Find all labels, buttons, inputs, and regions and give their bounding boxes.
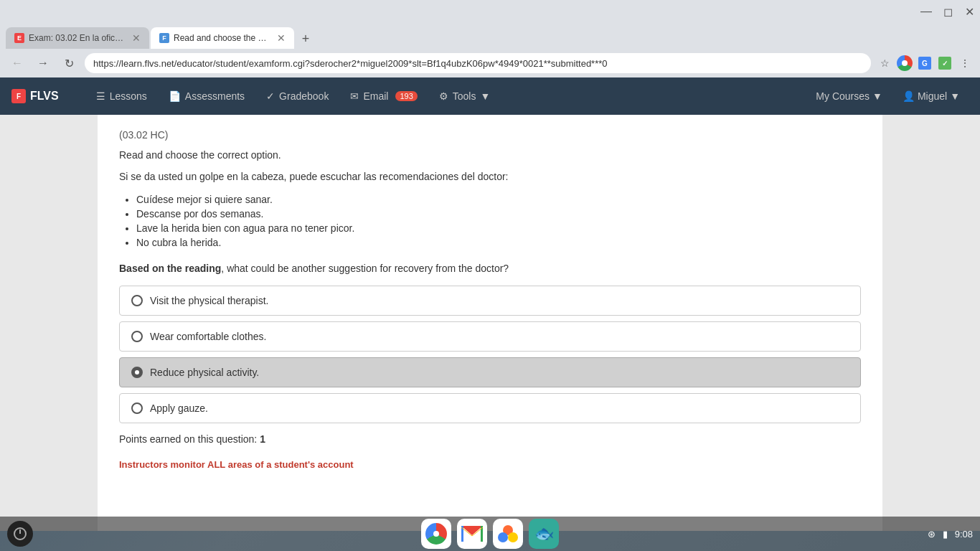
user-label: Miguel [918, 90, 947, 102]
svg-text:G: G [922, 60, 928, 67]
radio-1 [131, 295, 143, 306]
answer-option-2[interactable]: Wear comfortable clothes. [119, 321, 861, 352]
address-input[interactable] [85, 53, 871, 73]
back-btn[interactable]: ← [7, 53, 27, 73]
flvs-logo[interactable]: F FLVS [11, 89, 59, 103]
answer-option-1[interactable]: Visit the physical therapist. [119, 286, 861, 316]
taskbar-chrome-icon[interactable] [421, 519, 451, 549]
extension-icon-2[interactable]: ✓ [937, 55, 953, 71]
taskbar-battery-icon: ▮ [943, 529, 948, 540]
scenario-text: Si se da usted un golpe en la cabeza, pu… [119, 171, 861, 182]
tab-favicon-2: F [159, 33, 169, 43]
email-label: Email [363, 90, 388, 102]
tabs-bar: E Exam: 03.02 En la oficina del d... ✕ F… [0, 23, 980, 49]
gradebook-icon: ✓ [266, 90, 275, 102]
tools-chevron: ▼ [480, 90, 490, 102]
forward-btn[interactable]: → [33, 53, 53, 73]
taskbar-time: 9:08 [955, 529, 973, 540]
tab-label-2: Read and choose the correct op... [174, 33, 270, 43]
tab-exam[interactable]: E Exam: 03.02 En la oficina del d... ✕ [6, 27, 149, 49]
radio-3 [131, 367, 143, 378]
tab-read[interactable]: F Read and choose the correct op... ✕ [151, 27, 294, 49]
answer-option-3[interactable]: Reduce physical activity. [119, 357, 861, 387]
extension-icon-1[interactable]: G [917, 55, 933, 71]
points-text: Points earned on this question: 1 [119, 433, 861, 445]
nav-lessons[interactable]: ☰ Lessons [88, 85, 156, 108]
tools-label: Tools [453, 90, 476, 102]
nav-email[interactable]: ✉ Email 193 [341, 85, 425, 108]
taskbar-google-icon[interactable] [493, 519, 523, 549]
bullet-item-4: No cubra la herida. [136, 237, 861, 248]
address-icons: ☆ G ✓ ⋮ [877, 55, 973, 71]
taskbar-center: 🐟 [421, 519, 559, 549]
tab-favicon-1: E [14, 33, 24, 43]
bullet-item-2: Descanse por dos semanas. [136, 208, 861, 220]
my-courses-label: My Courses [816, 90, 870, 102]
close-btn[interactable]: ✕ [964, 6, 974, 17]
user-chevron: ▼ [950, 90, 960, 102]
nav-right: My Courses ▼ 👤 Miguel ▼ [807, 85, 969, 108]
tab-label-1: Exam: 03.02 En la oficina del d... [29, 33, 125, 43]
content-area: (03.02 HC) Read and choose the correct o… [93, 115, 887, 531]
taskbar-gmail-icon[interactable] [457, 519, 487, 549]
flvs-logo-icon: F [11, 89, 26, 103]
tools-icon: ⚙ [439, 90, 448, 102]
flvs-navbar: F FLVS ☰ Lessons 📄 Assessments ✓ Gradebo… [0, 77, 980, 115]
question-bold: Based on the reading [119, 263, 221, 274]
nav-gradebook[interactable]: ✓ Gradebook [258, 85, 337, 108]
question-text: Based on the reading, what could be anot… [119, 263, 861, 274]
taskbar: 🐟 ⊛ ▮ 9:08 [0, 517, 980, 551]
my-courses-dropdown[interactable]: My Courses ▼ [807, 85, 891, 108]
bullet-list: Cuídese mejor si quiere sanar. Descanse … [136, 194, 861, 248]
assessments-label: Assessments [185, 90, 245, 102]
bullet-item-3: Lave la herida bien con agua para no ten… [136, 222, 861, 234]
svg-point-11 [498, 532, 508, 542]
taskbar-left [7, 521, 33, 547]
option-text-4: Apply gauze. [150, 402, 208, 414]
email-badge: 193 [395, 91, 417, 101]
answer-option-4[interactable]: Apply gauze. [119, 393, 861, 423]
my-courses-chevron: ▼ [872, 90, 882, 102]
user-dropdown[interactable]: 👤 Miguel ▼ [894, 85, 969, 108]
flvs-logo-text: FLVS [30, 90, 59, 103]
right-sidebar [887, 115, 980, 531]
option-text-3: Reduce physical activity. [150, 367, 259, 378]
option-text-1: Visit the physical therapist. [150, 295, 269, 306]
address-bar: ← → ↻ ☆ G ✓ ⋮ [0, 49, 980, 77]
instruction-text: Read and choose the correct option. [119, 149, 861, 161]
main-content: (03.02 HC) Read and choose the correct o… [0, 115, 980, 531]
points-prefix: Points earned on this question: [119, 433, 260, 445]
radio-2 [131, 331, 143, 342]
taskbar-fish-icon[interactable]: 🐟 [529, 519, 559, 549]
tab-close-2[interactable]: ✕ [277, 32, 286, 44]
gradebook-label: Gradebook [279, 90, 329, 102]
monitor-warning: Instructors monitor ALL areas of a stude… [119, 459, 861, 470]
user-icon: 👤 [903, 90, 915, 102]
option-text-2: Wear comfortable clothes. [150, 331, 266, 342]
bullet-item-1: Cuídese mejor si quiere sanar. [136, 194, 861, 205]
question-suffix: , what could be another suggestion for r… [221, 263, 509, 274]
email-icon: ✉ [350, 90, 359, 102]
points-value: 1 [260, 433, 265, 445]
title-bar: — ◻ ✕ [0, 0, 980, 23]
svg-point-10 [508, 532, 518, 542]
star-icon[interactable]: ☆ [877, 55, 892, 71]
minimize-btn[interactable]: — [921, 6, 931, 17]
left-sidebar [0, 115, 93, 531]
menu-icon[interactable]: ⋮ [957, 55, 973, 71]
nav-items: ☰ Lessons 📄 Assessments ✓ Gradebook ✉ Em… [88, 85, 808, 108]
new-tab-btn[interactable]: + [296, 29, 316, 49]
radio-4 [131, 402, 143, 414]
nav-tools[interactable]: ⚙ Tools ▼ [430, 85, 499, 108]
maximize-btn[interactable]: ◻ [943, 6, 953, 17]
tab-close-1[interactable]: ✕ [132, 32, 141, 44]
reload-btn[interactable]: ↻ [59, 53, 79, 73]
svg-text:✓: ✓ [942, 60, 948, 67]
nav-assessments[interactable]: 📄 Assessments [160, 85, 253, 108]
lessons-icon: ☰ [96, 90, 105, 102]
section-label: (03.02 HC) [119, 129, 861, 141]
taskbar-right: ⊛ ▮ 9:08 [928, 529, 973, 540]
lessons-label: Lessons [110, 90, 147, 102]
taskbar-power-icon[interactable] [7, 521, 33, 547]
taskbar-wifi-icon: ⊛ [928, 529, 936, 540]
